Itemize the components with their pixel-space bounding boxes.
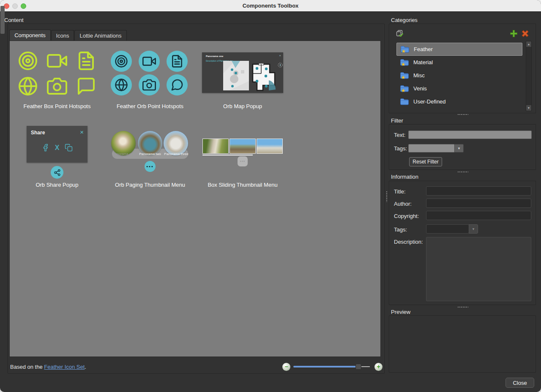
splitter-handle[interactable] (457, 306, 468, 308)
categories-label: Categories (391, 17, 418, 23)
filter-text-label: Text: (394, 132, 405, 138)
slide-thumb-three[interactable] (257, 139, 283, 154)
categories-scrollbar[interactable]: ▲ ▼ (526, 41, 532, 111)
category-row-venis[interactable]: ★ Venis (396, 82, 522, 95)
splitter-handle[interactable] (457, 171, 468, 173)
tab-icons-label: Icons (56, 33, 69, 39)
categories-scrollbar-thumb[interactable] (0, 6, 5, 34)
share-orb-button (51, 166, 63, 179)
orb-target (111, 51, 132, 72)
floorplan-image-right (252, 63, 277, 91)
components-toolbox-window: Components Toolbox Content Components Ic… (0, 0, 541, 392)
ellipsis-icon: ••• (146, 164, 154, 169)
file-text-icon (170, 54, 184, 68)
tab-lottie-animations[interactable]: Lottie Animations (74, 30, 127, 41)
facebook-icon (41, 144, 49, 152)
slide-scrollbar[interactable] (202, 155, 253, 155)
plus-icon: + (377, 364, 380, 370)
globe-icon (115, 78, 128, 92)
info-title-label: Title: (394, 188, 406, 195)
component-label: Orb Paging Thumbnail Menu (108, 182, 192, 188)
window-title: Components Toolbox (0, 3, 541, 9)
category-row-feather[interactable]: ★ Feather (396, 43, 522, 56)
component-label: Feather Orb Point Hotspots (108, 103, 192, 109)
filter-tags-dropdown-button[interactable]: ▼ (454, 144, 464, 152)
close-icon: × (279, 54, 281, 57)
tab-lottie-animations-label: Lottie Animations (79, 33, 121, 39)
filter-text-input[interactable] (408, 131, 532, 139)
feather-icon-set-link[interactable]: Feather Icon Set (44, 364, 85, 370)
filter-label: Filter (391, 117, 403, 124)
video-icon (47, 51, 67, 71)
select-all-categories-icon[interactable] (396, 30, 403, 37)
folder-icon (400, 98, 409, 105)
target-icon (115, 54, 128, 68)
filter-tags-label: Tags: (394, 145, 407, 152)
folder-star-icon: ★ (400, 59, 409, 66)
category-row-material[interactable]: ★ Material (396, 56, 522, 69)
orb-globe (111, 74, 132, 95)
zoom-slider-track[interactable] (293, 366, 358, 368)
filter-tags-input[interactable] (408, 144, 455, 152)
compass-icon (278, 63, 283, 68)
category-row-misc[interactable]: ★ Misc (396, 69, 522, 82)
info-author-input[interactable] (426, 199, 531, 208)
add-category-icon[interactable] (510, 30, 518, 38)
paging-more-button: ••• (145, 161, 156, 172)
globe-icon (18, 76, 38, 96)
tab-components[interactable]: Components (9, 30, 51, 41)
minus-icon: − (284, 364, 288, 370)
tab-components-label: Components (14, 32, 46, 38)
info-description-label: Description: (394, 239, 423, 245)
attribution-suffix: . (85, 364, 86, 370)
info-copyright-input[interactable] (426, 211, 531, 220)
file-text-icon (76, 51, 96, 71)
component-label: Orb Share Popup (15, 182, 99, 188)
zoom-out-button[interactable]: − (282, 363, 290, 371)
category-row-user-defined[interactable]: User-Defined (396, 95, 522, 108)
category-name: Material (413, 59, 433, 65)
message-circle-icon (170, 78, 184, 92)
folder-star-icon: ★ (400, 72, 409, 79)
component-label: Box Sliding Thumbnail Menu (200, 182, 285, 188)
info-copyright-label: Copyright: (394, 213, 419, 219)
preview-groupbox (389, 316, 536, 373)
zoom-slider-handle[interactable] (355, 364, 361, 370)
zoom-in-button[interactable]: + (374, 363, 383, 371)
thumb-label-panorama-two: Panorama two (137, 152, 163, 156)
scroll-down-icon[interactable]: ▼ (526, 105, 531, 111)
info-tags-input[interactable] (426, 224, 469, 234)
component-feather-orb-point-hotspots[interactable] (111, 51, 188, 95)
thumb-label-panorama-three: Panorama three (163, 152, 189, 156)
info-tags-label: Tags: (394, 226, 407, 233)
delete-category-icon[interactable] (521, 30, 529, 38)
info-author-label: Author: (394, 201, 412, 207)
component-orb-share-popup[interactable]: Share × X (27, 126, 87, 163)
camera-icon (47, 76, 67, 96)
video-icon (142, 54, 156, 68)
tab-icons[interactable]: Icons (51, 30, 74, 41)
panel-splitter-handle[interactable] (386, 191, 388, 202)
scroll-up-icon[interactable]: ▲ (526, 41, 531, 47)
component-label: Feather Box Point Hotspots (15, 103, 99, 109)
chevron-down-icon: ▼ (472, 227, 475, 231)
info-description-textarea[interactable] (426, 237, 531, 301)
splitter-handle[interactable] (457, 114, 468, 115)
close-icon: × (80, 128, 84, 136)
component-orb-map-popup[interactable]: Panorama one Description of Panorama one… (202, 52, 283, 93)
info-title-input[interactable] (426, 186, 531, 196)
category-name: Venis (413, 85, 427, 92)
camera-icon (142, 78, 156, 92)
reset-filter-button[interactable]: Reset Filter (409, 157, 442, 166)
slide-thumb-two[interactable] (230, 139, 256, 154)
close-button[interactable]: Close (505, 378, 534, 388)
component-feather-box-point-hotspots[interactable] (18, 51, 96, 96)
floorplan-image-left (223, 61, 249, 90)
info-tags-dropdown-button[interactable]: ▼ (469, 224, 478, 234)
information-label: Information (391, 174, 418, 180)
share-icon (54, 169, 61, 176)
component-label: Orb Map Popup (200, 103, 285, 109)
slide-thumb-one[interactable] (202, 139, 229, 154)
slide-menu-button: ••• (238, 156, 248, 166)
target-icon (18, 51, 38, 71)
